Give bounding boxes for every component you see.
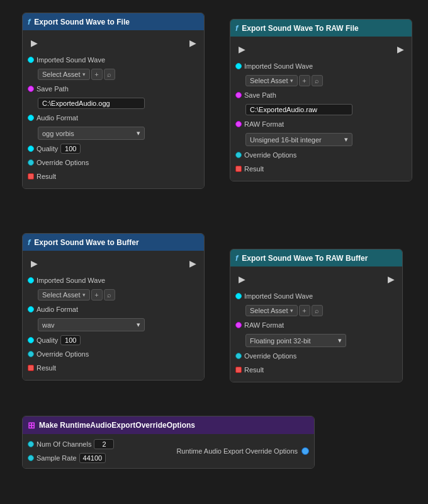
pin-label-result-raw-buffer: Result bbox=[244, 366, 264, 374]
pin-dot-quality-file bbox=[28, 146, 34, 152]
node-title-buffer: Export Sound Wave to Buffer bbox=[34, 238, 138, 247]
asset-btn-raw-file[interactable]: Select Asset ▾ bbox=[245, 75, 298, 86]
exec-out-file[interactable]: ▶ bbox=[188, 38, 198, 48]
pin-dot-rawformat-raw-file bbox=[235, 121, 242, 127]
node-header-override: ⊞ Make RuntimeAudioExportOverrideOptions bbox=[23, 416, 314, 434]
pin-dot-quality-buffer bbox=[28, 337, 34, 343]
node-body-export-file: ▶ ▶ Imported Sound Wave Select Asset ▾ +… bbox=[23, 30, 204, 188]
asset-search-raw-buffer[interactable]: ⌕ bbox=[312, 305, 323, 316]
rawformat-dropdown-raw-buffer[interactable]: Floating point 32-bit ▾ bbox=[245, 334, 346, 347]
pin-dot-savepath-file bbox=[28, 86, 34, 92]
node-title-raw-file: Export Sound Wave To RAW File bbox=[242, 24, 358, 33]
pin-label-imported-buffer: Imported Sound Wave bbox=[37, 277, 105, 284]
pin-dot-output bbox=[301, 447, 309, 455]
pin-dot-sample-rate bbox=[28, 455, 34, 461]
pin-dot-imported-file bbox=[28, 57, 34, 63]
f-icon-buffer: f bbox=[28, 238, 30, 247]
quality-row-buffer: Quality 100 bbox=[23, 333, 204, 347]
pin-dot-override-buffer bbox=[28, 351, 34, 357]
pin-imported-buffer: Imported Sound Wave bbox=[23, 273, 204, 287]
exec-in-buffer[interactable]: ▶ bbox=[29, 258, 39, 268]
asset-arrow-file: ▾ bbox=[82, 71, 86, 77]
pin-imported-raw-file: Imported Sound Wave bbox=[230, 59, 412, 73]
f-icon-raw: f bbox=[235, 23, 238, 33]
exec-in-file[interactable]: ▶ bbox=[29, 38, 39, 48]
pin-label-savepath-file: Save Path bbox=[37, 85, 69, 93]
asset-search-raw-file[interactable]: ⌕ bbox=[312, 75, 323, 86]
pin-label-imported-file: Imported Sound Wave bbox=[37, 56, 105, 64]
audioformat-value-buffer: wav bbox=[42, 321, 55, 329]
pin-imported-raw-buffer: Imported Sound Wave bbox=[230, 289, 402, 303]
quality-value-buffer[interactable]: 100 bbox=[60, 335, 81, 345]
exec-row-raw-buffer: ▶ ▶ bbox=[230, 272, 402, 287]
pin-dot-result-buffer bbox=[28, 365, 34, 371]
pin-asset-buffer: Select Asset ▾ + ⌕ bbox=[23, 287, 204, 302]
asset-add-buffer[interactable]: + bbox=[91, 289, 103, 301]
pin-savepath-raw-file: Save Path bbox=[230, 88, 412, 102]
sample-rate-row: Sample Rate 44100 bbox=[28, 453, 114, 463]
pin-override-file: Override Options bbox=[23, 156, 204, 169]
pin-dot-result-raw-file bbox=[235, 166, 242, 172]
exec-out-buffer[interactable]: ▶ bbox=[188, 258, 198, 268]
pin-label-rawformat-raw-buffer: RAW Format bbox=[244, 321, 284, 329]
asset-btn-label-raw-file: Select Asset bbox=[250, 77, 288, 84]
override-content-row: Num Of Channels 2 Sample Rate 44100 Runt… bbox=[28, 439, 309, 463]
quality-label-buffer: Quality bbox=[37, 336, 58, 344]
savepath-input-raw-file[interactable] bbox=[245, 104, 352, 115]
asset-add-file[interactable]: + bbox=[91, 69, 103, 80]
sample-rate-value[interactable]: 44100 bbox=[79, 453, 106, 463]
quality-value-file[interactable]: 100 bbox=[60, 144, 81, 154]
pin-result-raw-buffer: Result bbox=[230, 363, 402, 377]
pin-label-override-file: Override Options bbox=[37, 159, 89, 166]
rawformat-dropdown-raw-file[interactable]: Unsigned 16-bit integer ▾ bbox=[245, 133, 352, 146]
override-left: Num Of Channels 2 Sample Rate 44100 bbox=[28, 439, 114, 463]
pin-savepath-input-raw-file bbox=[230, 102, 412, 117]
exec-in-raw-buffer[interactable]: ▶ bbox=[237, 274, 247, 284]
audioformat-dropdown-buffer[interactable]: wav ▾ bbox=[38, 318, 145, 331]
override-right: Runtime Audio Export Override Options bbox=[176, 447, 309, 455]
quality-label-file: Quality bbox=[37, 145, 58, 152]
asset-btn-raw-buffer[interactable]: Select Asset ▾ bbox=[245, 305, 298, 316]
asset-add-raw-buffer[interactable]: + bbox=[299, 305, 310, 316]
pin-rawformat-raw-buffer: RAW Format bbox=[230, 318, 402, 332]
asset-arrow-raw-buffer: ▾ bbox=[290, 307, 293, 314]
node-body-raw-buffer: ▶ ▶ Imported Sound Wave Select Asset ▾ +… bbox=[230, 266, 402, 382]
node-export-to-file: f Export Sound Wave to File ▶ ▶ Imported… bbox=[22, 13, 205, 189]
savepath-input-file[interactable] bbox=[38, 98, 145, 109]
exec-row-file: ▶ ▶ bbox=[23, 35, 204, 50]
pin-label-result-file: Result bbox=[37, 173, 56, 180]
pin-dot-result-raw-buffer bbox=[235, 367, 242, 373]
exec-out-raw-buffer[interactable]: ▶ bbox=[386, 274, 396, 284]
pin-audioformat-drop-file: ogg vorbis ▾ bbox=[23, 125, 204, 142]
pin-dot-result-file bbox=[28, 173, 34, 180]
pin-override-raw-buffer: Override Options bbox=[230, 349, 402, 363]
f-icon-raw-buffer: f bbox=[235, 253, 238, 263]
node-header-raw-file: f Export Sound Wave To RAW File bbox=[230, 20, 412, 37]
node-header-raw-buffer: f Export Sound Wave To RAW Buffer bbox=[230, 249, 402, 266]
pin-label-imported-raw-buffer: Imported Sound Wave bbox=[244, 292, 313, 300]
exec-out-raw-file[interactable]: ▶ bbox=[395, 44, 405, 54]
pin-dot-imported-buffer bbox=[28, 277, 34, 284]
pin-savepath-input-file bbox=[23, 96, 204, 111]
asset-search-buffer[interactable]: ⌕ bbox=[104, 289, 115, 301]
pin-asset-raw-buffer: Select Asset ▾ + ⌕ bbox=[230, 303, 402, 318]
pin-label-override-buffer: Override Options bbox=[37, 350, 89, 358]
pin-rawformat-drop-raw-buffer: Floating point 32-bit ▾ bbox=[230, 332, 402, 349]
exec-in-raw-file[interactable]: ▶ bbox=[237, 44, 247, 54]
pin-dot-imported-raw-file bbox=[235, 63, 242, 69]
pin-savepath-file: Save Path bbox=[23, 82, 204, 96]
pin-audioformat-file: Audio Format bbox=[23, 111, 204, 125]
asset-btn-buffer[interactable]: Select Asset ▾ bbox=[38, 289, 90, 301]
pin-rawformat-drop-raw-file: Unsigned 16-bit integer ▾ bbox=[230, 131, 412, 148]
pin-dot-override-raw-file bbox=[235, 152, 242, 158]
override-icon: ⊞ bbox=[28, 420, 35, 430]
pin-dot-rawformat-raw-buffer bbox=[235, 322, 242, 328]
asset-search-file[interactable]: ⌕ bbox=[104, 69, 115, 80]
audioformat-dropdown-file[interactable]: ogg vorbis ▾ bbox=[38, 127, 145, 140]
pin-result-raw-file: Result bbox=[230, 162, 412, 176]
node-make-override: ⊞ Make RuntimeAudioExportOverrideOptions… bbox=[22, 416, 315, 469]
asset-add-raw-file[interactable]: + bbox=[299, 75, 310, 86]
num-channels-value[interactable]: 2 bbox=[94, 439, 114, 449]
asset-btn-file[interactable]: Select Asset ▾ bbox=[38, 69, 90, 80]
rawformat-value-raw-file: Unsigned 16-bit integer bbox=[250, 136, 322, 144]
